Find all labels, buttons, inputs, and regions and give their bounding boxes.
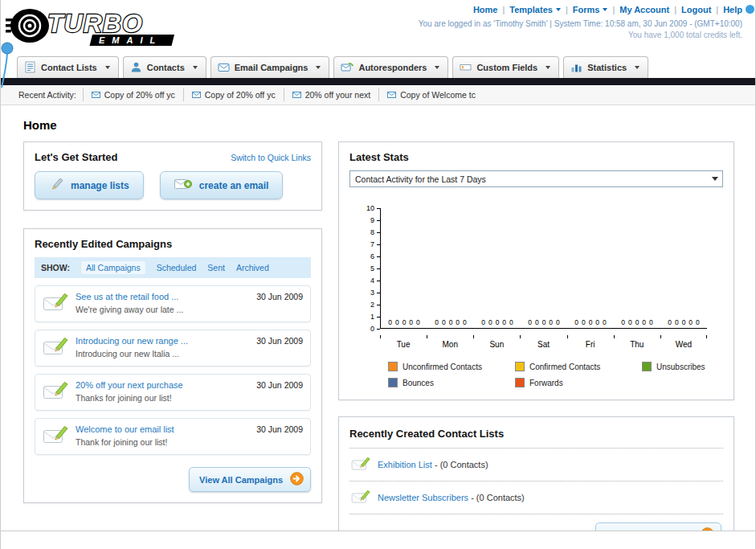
create-email-label: create an email bbox=[199, 180, 269, 191]
tab-label: Contact Lists bbox=[41, 63, 97, 72]
campaign-subtitle: We're giving away our late ... bbox=[76, 305, 249, 314]
manage-lists-button[interactable]: manage lists bbox=[35, 171, 144, 199]
campaign-subtitle: Introducing our new Italia ... bbox=[76, 349, 249, 358]
tab-statistics[interactable]: Statistics bbox=[563, 56, 648, 78]
login-info: You are logged in as 'Timothy Smith' | S… bbox=[419, 19, 742, 28]
y-axis-tick: 4 bbox=[361, 277, 380, 284]
create-email-button[interactable]: create an email bbox=[160, 171, 284, 199]
app-logo[interactable]: TURBO EMAIL bbox=[6, 2, 197, 51]
filter-all-campaigns[interactable]: All Campaigns bbox=[81, 261, 145, 274]
y-axis-tick: 7 bbox=[361, 241, 380, 248]
chart-plot-groups: 00000000000000000000000000000000000 bbox=[381, 318, 707, 326]
stats-period-select[interactable]: Contact Activity for the Last 7 Days bbox=[349, 170, 723, 187]
campaign-row[interactable]: See us at the retail food ... We're givi… bbox=[35, 285, 311, 322]
tab-email-campaigns[interactable]: Email Campaigns bbox=[210, 56, 330, 78]
stats-chart: 109876543210 000000000000000000000000000… bbox=[349, 208, 723, 387]
email-campaigns-icon bbox=[218, 61, 230, 73]
app-window: TURBO EMAIL Home Templates Forms My Acco… bbox=[0, 0, 756, 549]
bar-value-label: 0 bbox=[388, 318, 392, 326]
chart-bar-group: 00000 bbox=[614, 318, 660, 326]
x-axis-label: Sat bbox=[520, 335, 566, 349]
recent-activity-item[interactable]: Copy of Welcome tc bbox=[378, 88, 484, 101]
bar-value-label: 0 bbox=[689, 318, 693, 326]
tab-autoresponders[interactable]: Autoresponders bbox=[333, 56, 448, 78]
legend-label: Forwards bbox=[529, 379, 563, 387]
nav-forms[interactable]: Forms bbox=[573, 5, 619, 14]
view-all-campaigns-button[interactable]: View All Campaigns bbox=[189, 467, 311, 492]
campaign-row[interactable]: Introducing our new range ... Introducin… bbox=[35, 330, 311, 367]
pencil-icon bbox=[49, 178, 63, 193]
legend-label: Confirmed Contacts bbox=[529, 363, 600, 371]
chart-x-labels: TueMonSunSatFriThuWed bbox=[380, 335, 707, 349]
legend-swatch-icon bbox=[515, 362, 525, 371]
switch-quick-links-link[interactable]: Switch to Quick Links bbox=[231, 153, 311, 162]
nav-home[interactable]: Home bbox=[473, 5, 509, 14]
chevron-down-icon bbox=[193, 66, 198, 69]
recent-activity-item[interactable]: 20% off your next bbox=[284, 88, 379, 101]
chevron-down-icon bbox=[316, 66, 321, 69]
bar-value-label: 0 bbox=[621, 318, 625, 326]
contact-list-item[interactable]: Exhibition List - (0 Contacts) bbox=[349, 449, 723, 481]
recent-activity-item[interactable]: Copy of 20% off yc bbox=[183, 88, 284, 101]
bar-value-label: 0 bbox=[595, 318, 599, 326]
campaign-row[interactable]: 20% off your next purchase Thanks for jo… bbox=[35, 374, 311, 411]
campaign-title-link[interactable]: Welcome to our email list bbox=[76, 424, 249, 434]
chevron-down-icon bbox=[635, 66, 640, 69]
campaign-title-link[interactable]: See us at the retail food ... bbox=[76, 292, 249, 301]
recent-campaigns-panel: Recently Edited Campaigns SHOW: All Camp… bbox=[23, 228, 322, 503]
envelope-pencil-icon bbox=[351, 489, 370, 506]
nav-templates[interactable]: Templates bbox=[509, 5, 572, 14]
y-axis-tick: 1 bbox=[361, 313, 380, 320]
bar-value-label: 0 bbox=[628, 318, 632, 326]
contact-list-item[interactable]: Newsletter Subscribers - (0 Contacts) bbox=[349, 481, 723, 514]
manage-lists-label: manage lists bbox=[71, 180, 129, 191]
bar-value-label: 0 bbox=[456, 318, 460, 326]
envelope-icon bbox=[292, 90, 301, 100]
campaign-subtitle: Thanks for joining our list! bbox=[76, 393, 249, 403]
y-axis-tick: 10 bbox=[361, 205, 380, 211]
filter-scheduled[interactable]: Scheduled bbox=[157, 263, 197, 272]
tab-custom-fields[interactable]: Custom Fields bbox=[452, 56, 559, 78]
tab-label: Contacts bbox=[147, 63, 185, 72]
chevron-down-icon bbox=[105, 66, 110, 69]
tab-contact-lists[interactable]: Contact Lists bbox=[17, 56, 119, 78]
chart-bar-group: 00000 bbox=[521, 318, 567, 326]
y-axis-tick: 3 bbox=[361, 289, 380, 296]
y-axis-tick: 8 bbox=[361, 229, 380, 236]
nav-help-label: Help bbox=[723, 5, 742, 14]
chart-bar-group: 00000 bbox=[474, 318, 521, 326]
show-label: SHOW: bbox=[41, 263, 70, 272]
legend-swatch-icon bbox=[388, 378, 398, 387]
bar-value-label: 0 bbox=[696, 318, 700, 326]
chevron-down-icon bbox=[556, 8, 561, 11]
stats-period-value: Contact Activity for the Last 7 Days bbox=[355, 174, 486, 184]
footer bbox=[1, 531, 755, 549]
legend-item: Unconfirmed Contacts bbox=[388, 362, 515, 371]
legend-item: Bounces bbox=[388, 378, 515, 387]
nav-logout[interactable]: Logout bbox=[681, 5, 723, 14]
nav-help[interactable]: Help bbox=[723, 5, 742, 14]
filter-sent[interactable]: Sent bbox=[207, 263, 225, 272]
campaign-row[interactable]: Welcome to our email list Thank for join… bbox=[35, 418, 311, 455]
tab-contacts[interactable]: Contacts bbox=[123, 56, 206, 78]
latest-stats-title: Latest Stats bbox=[349, 151, 723, 163]
envelope-pencil-icon bbox=[43, 380, 68, 404]
nav-my-account[interactable]: My Account bbox=[619, 5, 681, 14]
top-nav: Home Templates Forms My Account Logout H… bbox=[419, 5, 742, 14]
bar-value-label: 0 bbox=[409, 318, 413, 326]
contact-lists-icon bbox=[24, 61, 36, 73]
latest-stats-panel: Latest Stats Contact Activity for the La… bbox=[338, 141, 734, 400]
contact-list-name-link[interactable]: Newsletter Subscribers bbox=[378, 493, 468, 502]
bar-value-label: 0 bbox=[395, 318, 399, 326]
campaign-title-link[interactable]: 20% off your next purchase bbox=[76, 380, 249, 390]
campaign-date: 30 Jun 2009 bbox=[256, 336, 303, 346]
contact-list-name-link[interactable]: Exhibition List bbox=[378, 460, 432, 469]
activity-item-label: Copy of 20% off yc bbox=[104, 90, 175, 100]
activity-item-label: Copy of 20% off yc bbox=[205, 90, 276, 100]
arrow-circle-icon bbox=[290, 472, 304, 487]
chevron-down-icon bbox=[546, 66, 550, 69]
recent-activity-item[interactable]: Copy of 20% off yc bbox=[83, 88, 183, 101]
filter-archived[interactable]: Archived bbox=[236, 263, 269, 272]
campaign-title-link[interactable]: Introducing our new range ... bbox=[76, 336, 249, 346]
tab-label: Statistics bbox=[587, 63, 627, 72]
